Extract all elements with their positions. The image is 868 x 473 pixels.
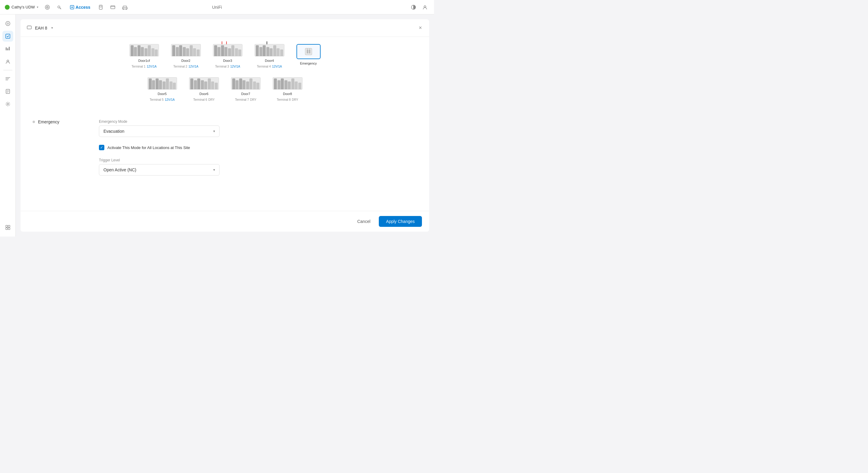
pin: [149, 79, 152, 89]
door1-terminal-visual: [129, 44, 159, 56]
door7-dry: DRY: [250, 98, 256, 101]
theme-icon[interactable]: [409, 3, 418, 11]
pin: [166, 79, 169, 89]
panel-close-button[interactable]: ×: [417, 24, 423, 32]
sidebar-item-dashboard[interactable]: [2, 18, 13, 29]
target-icon[interactable]: [43, 3, 52, 11]
pin-nc2: [280, 50, 283, 56]
door6-terminal-visual: [189, 77, 219, 90]
reader-icon[interactable]: [96, 3, 105, 11]
pin-plus: [131, 45, 134, 56]
pin: [169, 82, 173, 89]
activate-checkbox[interactable]: ✓: [99, 145, 104, 150]
door3-label: Door3: [223, 59, 232, 62]
door-terminal-4[interactable]: Door4 Terminal 4 12V/1A: [254, 44, 284, 68]
car-icon[interactable]: [121, 3, 129, 11]
config-indicator-dot: [33, 121, 35, 123]
pin: [162, 82, 165, 89]
pin-minus2: [141, 47, 144, 56]
checkbox-row[interactable]: ✓ Activate This Mode for All Locations a…: [99, 142, 220, 153]
nav-icons: Access: [43, 3, 129, 11]
pin-no: [190, 45, 193, 56]
door1-voltage: 12V/1A: [147, 65, 157, 68]
door-terminal-emergency[interactable]: Emergency: [297, 44, 320, 68]
pin: [294, 82, 298, 89]
cancel-button[interactable]: Cancel: [352, 216, 375, 226]
door8-dry: DRY: [292, 98, 298, 101]
pin-nc2: [238, 50, 241, 56]
door3-terminal-visual: [213, 44, 243, 56]
svg-rect-26: [27, 26, 31, 29]
sidebar-item-logs[interactable]: [2, 86, 13, 97]
door1-sublabel: Terminal 1 12V/1A: [131, 65, 157, 68]
door2-sublabel: Terminal 2 12V/1A: [174, 65, 198, 68]
pin: [284, 80, 287, 89]
door-terminal-7[interactable]: Door7 Terminal 7 DRY: [231, 77, 261, 101]
red-indicator-right: [226, 41, 227, 45]
pin: [277, 80, 280, 89]
pin-minus: [259, 47, 262, 56]
door-terminal-3[interactable]: Door3 Terminal 3 12V/1A: [213, 44, 243, 68]
key-icon[interactable]: [55, 3, 64, 11]
emergency-mode-select[interactable]: Evacuation ▾: [99, 125, 220, 137]
pin-no: [273, 45, 276, 56]
config-right: Emergency Mode Evacuation ▾ ✓ Activate T…: [99, 119, 220, 180]
sidebar-item-activity[interactable]: [2, 43, 13, 54]
sidebar-item-grid[interactable]: [2, 222, 13, 233]
red-indicator-left: [222, 41, 222, 45]
config-left: Emergency: [33, 119, 81, 124]
door4-sublabel: Terminal 4 12V/1A: [257, 65, 282, 68]
card-icon[interactable]: [108, 3, 117, 11]
sidebar-item-access[interactable]: [2, 31, 13, 41]
brand-name: Cathy's UDW: [11, 5, 35, 9]
pin: [298, 83, 301, 89]
door-terminal-8[interactable]: Door8 Terminal 8 DRY: [273, 77, 303, 101]
svg-rect-25: [8, 228, 10, 230]
terminals-row-1: Door1cf Terminal 1 12V/1A: [33, 44, 417, 68]
trigger-level-select[interactable]: Open Active (NC) ▾: [99, 164, 220, 176]
door-terminal-6[interactable]: Door6 Terminal 6 DRY: [189, 77, 219, 101]
trigger-level-chevron-icon: ▾: [213, 168, 215, 172]
apply-changes-button[interactable]: Apply Changes: [379, 216, 422, 227]
door5-terminal-visual: [148, 77, 177, 90]
pin: [243, 80, 246, 89]
access-button[interactable]: Access: [67, 4, 93, 11]
trigger-level-value: Open Active (NC): [103, 168, 136, 172]
access-label: Access: [76, 5, 91, 10]
panel-footer: Cancel Apply Changes: [21, 211, 429, 232]
svg-point-21: [7, 104, 8, 105]
panel-header: EAH 8 ▾ ×: [21, 19, 429, 37]
svg-rect-23: [8, 225, 10, 227]
door7-sublabel: Terminal 7 DRY: [235, 98, 256, 101]
door6-dry: DRY: [208, 98, 215, 101]
door5-sublabel: Terminal 5 12V/1A: [150, 98, 175, 101]
pin: [246, 82, 249, 89]
pin-nc: [277, 48, 280, 56]
brand-selector[interactable]: Cathy's UDW ▾: [5, 5, 38, 10]
pin: [159, 80, 162, 89]
sidebar-item-rules[interactable]: [2, 73, 13, 84]
door8-terminal: Terminal 8: [277, 98, 291, 101]
pin-plus2: [179, 45, 182, 56]
pin: [232, 79, 235, 89]
sidebar-item-users[interactable]: [2, 56, 13, 67]
device-dropdown-icon[interactable]: ▾: [51, 26, 53, 30]
panel-spacer: [21, 186, 429, 211]
pin-com: [186, 48, 189, 56]
sidebar-item-settings[interactable]: [2, 99, 13, 110]
sidebar: [0, 14, 16, 237]
checkbox-check-icon: ✓: [100, 145, 103, 150]
door-terminal-2[interactable]: Door2 Terminal 2 12V/1A: [171, 44, 201, 68]
device-panel: EAH 8 ▾ ×: [21, 19, 429, 232]
door5-label: Door5: [158, 92, 167, 96]
user-avatar[interactable]: [421, 3, 429, 11]
pin: [204, 82, 207, 89]
svg-rect-17: [7, 48, 8, 50]
door-terminal-5[interactable]: Door5 Terminal 5 12V/1A: [148, 77, 177, 101]
door8-sublabel: Terminal 8 DRY: [277, 98, 298, 101]
pin: [291, 79, 294, 89]
pin: [190, 79, 193, 89]
door6-terminal: Terminal 6: [193, 98, 207, 101]
svg-point-2: [47, 7, 48, 7]
door-terminal-1[interactable]: Door1cf Terminal 1 12V/1A: [129, 44, 159, 68]
